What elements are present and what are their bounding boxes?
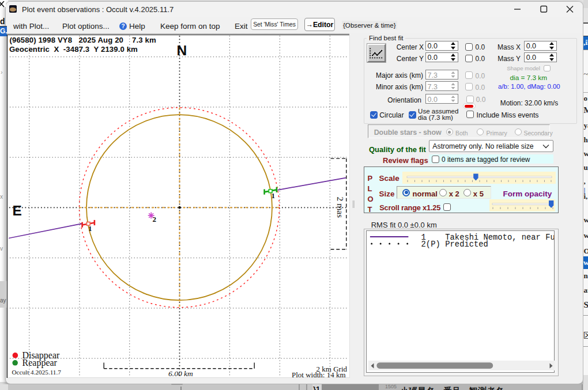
svg-text:N: N — [176, 42, 187, 58]
svg-text:Geocentric X -3487.3 Y 2139: Geocentric X -3487.3 Y 2139.0 km — [9, 45, 138, 54]
svg-text:E: E — [12, 203, 21, 218]
svg-text:1: 1 — [271, 191, 275, 199]
svg-text:Occult 4.2025.11.7: Occult 4.2025.11.7 — [12, 369, 61, 376]
svg-text:2: 2 — [152, 214, 156, 223]
svg-text:2 mas: 2 mas — [335, 196, 345, 218]
svg-text:Predicted: Predicted — [446, 240, 489, 248]
svg-text:Reappear: Reappear — [22, 358, 57, 368]
svg-text:Plot width: 14 km: Plot width: 14 km — [291, 370, 345, 377]
svg-text:2(P): 2(P) — [421, 240, 440, 248]
svg-text:(96580) 1998 VY8 2025 Aug 20: (96580) 1998 VY8 2025 Aug 20 7.3 km — [9, 35, 156, 44]
svg-text:1: 1 — [88, 224, 92, 232]
svg-text:6.00 km: 6.00 km — [168, 369, 193, 377]
